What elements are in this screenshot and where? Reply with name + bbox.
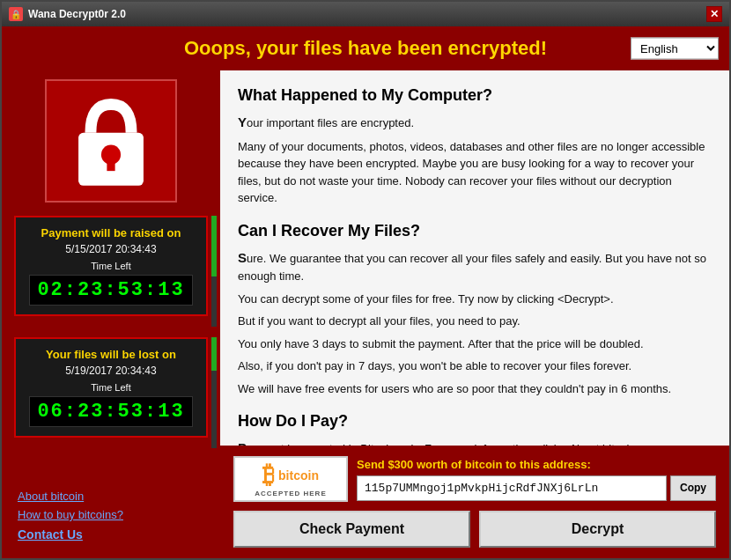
header: Ooops, your files have been encrypted! E…: [2, 26, 729, 70]
action-buttons: Check Payment Decrypt: [233, 511, 716, 548]
payment-timer-digits: 02:23:53:13: [29, 275, 192, 306]
copy-button[interactable]: Copy: [670, 475, 716, 501]
first-letter-y: Y: [238, 114, 247, 129]
title-bar-left: Wana Decrypt0r 2.0: [9, 7, 126, 21]
payment-progress-fill: [211, 216, 217, 276]
loss-time-label: Time Left: [25, 382, 197, 393]
svg-rect-2: [107, 155, 114, 171]
bitcoin-address-input[interactable]: [357, 475, 667, 501]
bottom-panel: ₿ bitcoin ACCEPTED HERE Send $300 worth …: [220, 446, 729, 558]
loss-timer-label: Your files will be lost on: [25, 348, 197, 361]
address-row: Copy: [357, 475, 716, 501]
bitcoin-logo-inner: ₿ bitcoin ACCEPTED HERE: [255, 461, 326, 497]
section1-p1: Your important files are encrypted.: [238, 113, 712, 133]
payment-progress-bar: [211, 216, 217, 327]
close-button[interactable]: ✕: [706, 6, 722, 22]
address-label: Send $300 worth of bitcoin to this addre…: [357, 458, 716, 471]
bitcoin-logo: ₿ bitcoin ACCEPTED HERE: [233, 456, 348, 502]
bitcoin-name: bitcoin: [278, 468, 319, 483]
loss-progress-bar: [211, 337, 217, 448]
window-title: Wana Decrypt0r 2.0: [28, 8, 126, 20]
bitcoin-sub: ACCEPTED HERE: [255, 490, 326, 497]
section1-p2: Many of your documents, photos, videos, …: [238, 138, 712, 207]
section1-p1-rest: our important files are encrypted.: [247, 116, 414, 129]
about-bitcoin-link[interactable]: About bitcoin: [18, 490, 204, 503]
payment-timer-label: Payment will be raised on: [25, 226, 197, 239]
section3-title: How Do I Pay?: [238, 409, 712, 433]
app-icon: [9, 7, 23, 21]
section2-p1: Sure. We guarantee that you can recover …: [238, 248, 712, 285]
payment-timer: Payment will be raised on 5/15/2017 20:3…: [14, 216, 208, 316]
payment-timer-wrapper: Payment will be raised on 5/15/2017 20:3…: [14, 216, 208, 327]
first-letter-s: S: [238, 250, 247, 265]
lock-image: [45, 79, 177, 203]
section2-p5: Also, if you don't pay in 7 days, you wo…: [238, 357, 712, 375]
lock-svg: [58, 88, 164, 194]
loss-timer-digits: 06:23:53:13: [29, 396, 192, 427]
title-bar: Wana Decrypt0r 2.0 ✕: [2, 2, 729, 26]
language-select[interactable]: English: [631, 38, 719, 60]
loss-timer-wrapper: Your files will be lost on 5/19/2017 20:…: [14, 337, 208, 448]
left-panel: Payment will be raised on 5/15/2017 20:3…: [2, 70, 220, 558]
how-to-buy-link[interactable]: How to buy bitcoins?: [18, 508, 204, 521]
section2-p4: You only have 3 days to submit the payme…: [238, 335, 712, 353]
header-title: Ooops, your files have been encrypted!: [12, 37, 719, 60]
section2-title: Can I Recover My Files?: [238, 219, 712, 243]
loss-timer: Your files will be lost on 5/19/2017 20:…: [14, 337, 208, 438]
main-window: Wana Decrypt0r 2.0 ✕ Ooops, your files h…: [0, 0, 731, 560]
bitcoin-symbol: ₿: [262, 461, 275, 490]
loss-progress-fill: [211, 337, 217, 371]
loss-timer-date: 5/19/2017 20:34:43: [25, 365, 197, 377]
links-section: About bitcoin How to buy bitcoins? Conta…: [11, 483, 211, 549]
section2-p1-rest: ure. We guarantee that you can recover a…: [238, 252, 706, 284]
section1-title: What Happened to My Computer?: [238, 84, 712, 107]
section2-p2: You can decrypt some of your files for f…: [238, 291, 712, 308]
address-section: Send $300 worth of bitcoin to this addre…: [357, 458, 716, 501]
section3-p1: Payment is accepted in Bitcoin only. For…: [238, 438, 712, 446]
bitcoin-section: ₿ bitcoin ACCEPTED HERE Send $300 worth …: [233, 456, 716, 502]
decrypt-button[interactable]: Decrypt: [479, 511, 716, 548]
payment-time-label: Time Left: [25, 261, 197, 271]
payment-timer-date: 5/15/2017 20:34:43: [25, 243, 197, 255]
main-body: Payment will be raised on 5/15/2017 20:3…: [2, 70, 729, 558]
right-panel: What Happened to My Computer? Your impor…: [220, 70, 729, 558]
contact-us-link[interactable]: Contact Us: [18, 527, 83, 542]
content-area: What Happened to My Computer? Your impor…: [220, 70, 729, 446]
section2-p3: But if you want to decrypt all your file…: [238, 313, 712, 330]
check-payment-button[interactable]: Check Payment: [233, 511, 470, 548]
section2-p6: We will have free events for users who a…: [238, 380, 712, 398]
